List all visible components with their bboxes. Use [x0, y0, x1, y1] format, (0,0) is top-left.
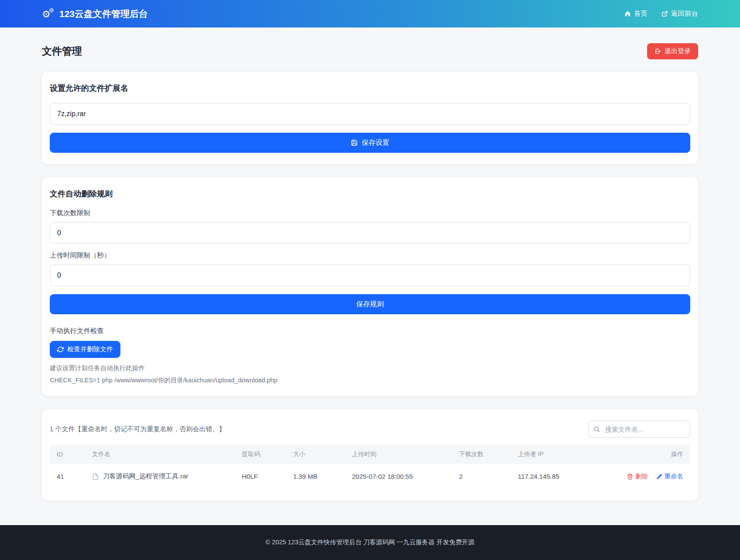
save-settings-button[interactable]: 保存设置: [50, 133, 690, 153]
rules-card-title: 文件自动删除规则: [50, 189, 690, 199]
download-limit-input[interactable]: [50, 222, 690, 244]
save-rules-button[interactable]: 保存规则: [50, 294, 690, 314]
cell-code: H0LF: [235, 464, 286, 489]
nav-front-link[interactable]: 返回前台: [661, 9, 698, 18]
page-content: 文件管理 退出登录 设置允许的文件扩展名 保存设置 文件自动删除规则 下载次数限…: [42, 27, 698, 514]
search-icon: [593, 426, 600, 433]
cell-filename: 刀客源码网_远程管理工具.rar: [85, 464, 235, 489]
navbar-links: 首页 返回前台: [624, 9, 698, 18]
header-size: 大小: [286, 445, 345, 464]
files-card: 1 个文件【重命名时，切记不可为重复名称，否则会出错。】 ID 文件名 提取码 …: [42, 409, 698, 501]
page-footer: © 2025 123云盘文件快传管理后台 刀客源码网 一九云服务器 开发免费开源: [0, 525, 740, 560]
files-summary: 1 个文件【重命名时，切记不可为重复名称，否则会出错。】: [50, 425, 226, 433]
header-id: ID: [50, 445, 85, 464]
rename-link[interactable]: 重命名: [656, 472, 684, 481]
check-delete-files-label: 检查并删除文件: [67, 345, 113, 354]
brand-title: 123云盘文件管理后台: [59, 8, 148, 20]
save-icon: [351, 139, 358, 146]
logout-label: 退出登录: [665, 47, 691, 55]
extension-settings-card: 设置允许的文件扩展名 保存设置: [42, 72, 698, 164]
auto-delete-rules-card: 文件自动删除规则 下载次数限制 上传时间限制（秒） 保存规则 手动执行文件检查 …: [42, 177, 698, 396]
upload-time-limit-label: 上传时间限制（秒）: [50, 251, 690, 260]
cell-downloads: 2: [452, 464, 511, 489]
nav-front-label: 返回前台: [671, 9, 698, 18]
nav-home-label: 首页: [634, 9, 648, 18]
pencil-icon: [656, 474, 662, 480]
cell-id: 41: [50, 464, 85, 489]
header-code: 提取码: [235, 445, 286, 464]
external-link-icon: [661, 10, 668, 17]
footer-text: © 2025 123云盘文件快传管理后台 刀客源码网 一九云服务器 开发免费开源: [266, 539, 475, 546]
page-head: 文件管理 退出登录: [42, 43, 698, 59]
download-limit-label: 下载次数限制: [50, 209, 690, 218]
refresh-icon: [57, 346, 64, 353]
rename-label: 重命名: [665, 472, 684, 481]
delete-link[interactable]: 删除: [627, 472, 648, 481]
logout-button[interactable]: 退出登录: [647, 43, 698, 59]
save-settings-label: 保存设置: [362, 138, 390, 148]
check-delete-files-button[interactable]: 检查并删除文件: [50, 341, 120, 358]
cron-suggestion-note: 建议设置计划任务自动执行此操作: [50, 364, 690, 372]
files-toolbar: 1 个文件【重命名时，切记不可为重复名称，否则会出错。】: [50, 420, 690, 438]
home-icon: [624, 10, 631, 17]
files-table: ID 文件名 提取码 大小 上传时间 下载次数 上传者 IP 操作 41: [50, 445, 690, 489]
header-upload-time: 上传时间: [345, 445, 452, 464]
extension-input[interactable]: [50, 103, 690, 125]
sign-out-icon: [654, 48, 661, 55]
cell-actions: 删除 重命名: [618, 464, 690, 489]
search-input[interactable]: [588, 420, 690, 438]
brand[interactable]: ⚙⚙ 123云盘文件管理后台: [42, 8, 148, 20]
header-uploader-ip: 上传者 IP: [511, 445, 618, 464]
save-rules-label: 保存规则: [356, 300, 384, 309]
table-row: 41 刀客源码网_远程管理工具.rar H0LF 1.39 MB 2025-07…: [50, 464, 690, 489]
cogs-icon: ⚙⚙: [42, 8, 55, 20]
table-header-row: ID 文件名 提取码 大小 上传时间 下载次数 上传者 IP 操作: [50, 445, 690, 464]
trash-icon: [627, 474, 633, 480]
file-name: 刀客源码网_远程管理工具.rar: [103, 472, 188, 481]
upload-time-limit-input[interactable]: [50, 265, 690, 286]
header-actions: 操作: [618, 445, 690, 464]
manual-check-label: 手动执行文件检查: [50, 326, 690, 336]
extension-card-title: 设置允许的文件扩展名: [50, 83, 690, 93]
header-filename: 文件名: [85, 445, 235, 464]
top-navbar: ⚙⚙ 123云盘文件管理后台 首页 返回前台: [0, 0, 740, 27]
cell-uploader-ip: 117.24.145.85: [511, 464, 618, 489]
page-title: 文件管理: [42, 45, 82, 58]
header-downloads: 下载次数: [452, 445, 511, 464]
cell-size: 1.39 MB: [286, 464, 345, 489]
delete-label: 删除: [635, 472, 648, 481]
search-box: [588, 420, 690, 438]
file-icon: [92, 473, 99, 480]
cell-upload-time: 2025-07-02 18:00:55: [345, 464, 452, 489]
nav-home-link[interactable]: 首页: [624, 9, 648, 18]
cron-command-note: CHECK_FILES=1 php /www/wwwroot/你的目录/kaui…: [50, 376, 690, 385]
